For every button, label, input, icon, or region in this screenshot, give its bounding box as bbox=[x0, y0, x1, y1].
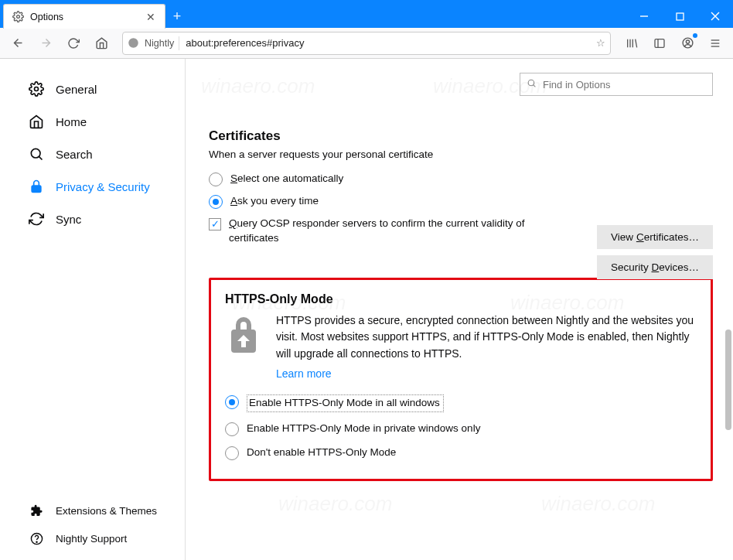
find-in-options[interactable] bbox=[520, 73, 713, 96]
sidebar-item-label: Extensions & Themes bbox=[56, 505, 157, 517]
channel-label: Nightly bbox=[145, 38, 174, 49]
back-button[interactable] bbox=[6, 32, 29, 55]
watermark: winaero.com bbox=[541, 492, 655, 516]
sidebar-item-label: Nightly Support bbox=[56, 533, 127, 545]
svg-point-0 bbox=[16, 15, 19, 19]
svg-line-20 bbox=[534, 85, 536, 87]
svg-point-14 bbox=[31, 149, 40, 158]
preferences-sidebar: General Home Search Privacy & Security S… bbox=[0, 59, 186, 560]
sidebar-item-label: Privacy & Security bbox=[56, 180, 150, 193]
puzzle-icon bbox=[28, 502, 45, 519]
radio-icon bbox=[209, 195, 223, 209]
watermark: winaero.com bbox=[278, 492, 392, 516]
nav-toolbar: Nightly ☆ bbox=[0, 28, 733, 59]
sidebar-item-label: Sync bbox=[56, 213, 81, 226]
app-menu-button[interactable] bbox=[704, 32, 727, 55]
window-titlebar: Options ✕ + bbox=[0, 0, 733, 28]
maximize-button[interactable] bbox=[662, 5, 697, 28]
search-icon bbox=[527, 78, 537, 90]
view-certificates-button[interactable]: View Certificates… bbox=[597, 225, 713, 249]
browser-tab-options[interactable]: Options ✕ bbox=[3, 4, 165, 29]
radio-icon bbox=[225, 395, 239, 409]
window-controls bbox=[626, 5, 733, 28]
https-radio-private[interactable]: Enable HTTPS-Only Mode in private window… bbox=[225, 417, 697, 441]
svg-point-18 bbox=[36, 541, 36, 542]
https-radio-group: Enable HTTPS-Only Mode in all windows En… bbox=[225, 390, 697, 465]
https-radio-all[interactable]: Enable HTTPS-Only Mode in all windows bbox=[225, 390, 697, 417]
sync-icon bbox=[28, 210, 45, 227]
security-devices-button[interactable]: Security Devices… bbox=[597, 255, 713, 279]
https-desc-text: HTTPS provides a secure, encrypted conne… bbox=[276, 314, 694, 360]
sidebar-item-privacy[interactable]: Privacy & Security bbox=[0, 170, 185, 203]
svg-rect-6 bbox=[655, 39, 664, 47]
radio-label: Enable HTTPS-Only Mode in all windows bbox=[247, 394, 444, 412]
sidebar-item-general[interactable]: General bbox=[0, 73, 185, 105]
preferences-content: Certificates When a server requests your… bbox=[186, 59, 733, 560]
learn-more-link[interactable]: Learn more bbox=[276, 366, 332, 383]
firefox-shield-icon bbox=[128, 37, 140, 50]
https-only-mode-section: HTTPS-Only Mode HTTPS provides a secure,… bbox=[209, 278, 713, 481]
certificates-heading: Certificates bbox=[209, 128, 713, 144]
scrollbar-thumb[interactable] bbox=[725, 330, 731, 430]
radio-label: Don't enable HTTPS-Only Mode bbox=[247, 446, 396, 460]
close-icon[interactable]: ✕ bbox=[145, 11, 157, 23]
tab-title: Options bbox=[30, 12, 138, 22]
sidebar-item-label: Home bbox=[56, 115, 87, 128]
https-heading: HTTPS-Only Mode bbox=[225, 292, 697, 306]
gear-icon bbox=[28, 80, 45, 97]
preferences-main: General Home Search Privacy & Security S… bbox=[0, 59, 733, 560]
radio-label: Ask you every time bbox=[230, 194, 319, 209]
tab-strip: Options ✕ + bbox=[0, 0, 189, 28]
gear-icon bbox=[12, 11, 24, 23]
sidebar-item-sync[interactable]: Sync bbox=[0, 203, 185, 235]
cert-radio-ask[interactable]: Ask you every time bbox=[209, 190, 713, 213]
svg-rect-16 bbox=[32, 186, 41, 192]
https-lock-upload-icon bbox=[225, 314, 262, 357]
lock-icon bbox=[28, 178, 45, 195]
sidebar-item-label: General bbox=[56, 83, 97, 96]
sidebar-item-search[interactable]: Search bbox=[0, 138, 185, 170]
search-icon bbox=[28, 145, 45, 162]
find-input[interactable] bbox=[541, 78, 706, 91]
svg-line-15 bbox=[39, 156, 42, 159]
svg-rect-2 bbox=[677, 13, 684, 20]
certificate-buttons: View Certificates… Security Devices… bbox=[597, 225, 713, 279]
radio-icon bbox=[209, 172, 223, 186]
sidebar-item-support[interactable]: Nightly Support bbox=[0, 524, 185, 552]
forward-button[interactable] bbox=[34, 32, 57, 55]
svg-point-5 bbox=[128, 38, 138, 48]
svg-point-13 bbox=[35, 87, 39, 91]
cert-radio-auto[interactable]: Select one automatically bbox=[209, 168, 713, 190]
account-button[interactable] bbox=[676, 32, 699, 55]
reload-button[interactable] bbox=[62, 32, 85, 55]
radio-label: Select one automatically bbox=[230, 172, 343, 186]
sidebar-item-label: Search bbox=[56, 148, 93, 161]
sidebar-toggle-button[interactable] bbox=[648, 32, 671, 55]
urlbar-separator bbox=[179, 36, 179, 50]
https-description: HTTPS provides a secure, encrypted conne… bbox=[276, 312, 697, 383]
home-icon bbox=[28, 113, 45, 130]
sidebar-item-extensions[interactable]: Extensions & Themes bbox=[0, 497, 185, 524]
address-bar[interactable]: Nightly ☆ bbox=[122, 32, 611, 55]
question-icon bbox=[28, 530, 45, 547]
minimize-button[interactable] bbox=[626, 5, 662, 28]
radio-icon bbox=[225, 446, 239, 460]
home-button[interactable] bbox=[90, 32, 113, 55]
library-button[interactable] bbox=[620, 32, 643, 55]
notification-dot-icon bbox=[693, 33, 697, 38]
address-input[interactable] bbox=[184, 36, 592, 50]
cert-check-ocsp[interactable]: Query OCSP responder servers to confirm … bbox=[209, 213, 541, 250]
radio-label: Enable HTTPS-Only Mode in private window… bbox=[247, 422, 480, 436]
bookmark-star-icon[interactable]: ☆ bbox=[596, 37, 605, 49]
checkbox-icon bbox=[209, 218, 221, 230]
checkbox-label: Query OCSP responder servers to confirm … bbox=[229, 217, 541, 246]
certificates-subtitle: When a server requests your personal cer… bbox=[209, 149, 713, 160]
svg-point-9 bbox=[686, 40, 689, 43]
https-radio-off[interactable]: Don't enable HTTPS-Only Mode bbox=[225, 441, 697, 465]
radio-icon bbox=[225, 422, 239, 436]
sidebar-item-home[interactable]: Home bbox=[0, 105, 185, 138]
new-tab-button[interactable]: + bbox=[165, 5, 189, 28]
content-scrollbar[interactable] bbox=[721, 59, 733, 560]
window-close-button[interactable] bbox=[697, 5, 733, 28]
svg-point-19 bbox=[528, 80, 534, 86]
